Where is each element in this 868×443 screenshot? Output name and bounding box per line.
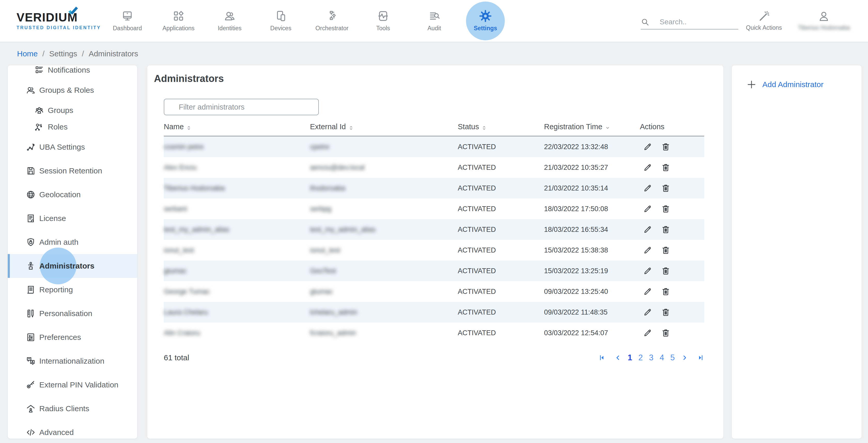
nav-item-settings[interactable]: Settings — [460, 0, 511, 41]
delete-button[interactable] — [661, 307, 671, 317]
sidebar-item-radius-clients[interactable]: Radius Clients — [8, 397, 137, 420]
column-header-actions: Actions — [640, 122, 704, 131]
first-page-button[interactable] — [598, 354, 606, 361]
delete-button[interactable] — [661, 183, 671, 193]
pencil-icon — [643, 169, 652, 173]
sidebar-item-external-pin-validation[interactable]: External PIN Validation — [8, 373, 137, 397]
sort-both-icon — [348, 124, 354, 130]
page-number-3[interactable]: 3 — [649, 353, 653, 362]
edit-button[interactable] — [643, 204, 652, 213]
nav-item-audit[interactable]: Audit — [409, 0, 460, 41]
page-number-2[interactable]: 2 — [638, 353, 643, 362]
cell-actions — [640, 225, 704, 234]
nav-item-identities[interactable]: Identities — [204, 0, 255, 41]
edit-button[interactable] — [643, 225, 652, 234]
sidebar-item-license[interactable]: License — [8, 207, 137, 230]
user-menu[interactable]: Tiberius Hodoroaba — [798, 10, 850, 31]
sidebar-item-reporting[interactable]: Reporting — [8, 278, 137, 302]
sidebar-item-session-retention[interactable]: Session Retention — [8, 159, 137, 183]
cell-status: ACTIVATED — [458, 329, 544, 337]
preferences-icon — [26, 332, 36, 342]
column-header-external-id[interactable]: External Id — [310, 122, 458, 131]
edit-button[interactable] — [643, 183, 652, 193]
sidebar-item-personalisation[interactable]: Personalisation — [8, 302, 137, 325]
global-search — [641, 18, 738, 29]
edit-button[interactable] — [643, 328, 652, 337]
breadcrumb-item-home[interactable]: Home — [17, 49, 38, 58]
delete-button[interactable] — [661, 266, 671, 275]
cell-external-id: gtumac — [310, 288, 458, 296]
edit-button[interactable] — [643, 307, 652, 317]
pencil-icon — [643, 190, 652, 194]
page-number-4[interactable]: 4 — [660, 353, 664, 362]
pencil-icon — [643, 314, 652, 318]
sidebar-item-label: License — [39, 214, 66, 223]
page-number-1[interactable]: 1 — [628, 353, 632, 362]
sidebar-item-geolocation[interactable]: Geolocation — [8, 183, 137, 207]
nav-item-devices[interactable]: Devices — [255, 0, 306, 41]
cell-actions — [640, 142, 704, 151]
sidebar-item-advanced[interactable]: Advanced — [8, 420, 137, 439]
primary-nav: DashboardApplicationsIdentitiesDevicesOr… — [102, 0, 511, 41]
sidebar-item-uba-settings[interactable]: UBA Settings — [8, 135, 137, 159]
nav-label: Tools — [376, 25, 390, 32]
nav-label: Audit — [428, 25, 441, 32]
edit-button[interactable] — [643, 163, 652, 172]
delete-button[interactable] — [661, 204, 671, 213]
sidebar-item-groups-roles[interactable]: Groups & Roles — [8, 78, 137, 102]
nav-item-orchestrator[interactable]: Orchestrator — [306, 0, 358, 41]
table-header: NameExternal IdStatusRegistration TimeAc… — [164, 118, 704, 137]
last-page-button-icon — [697, 358, 704, 362]
cell-name: serbant — [164, 205, 310, 213]
delete-button[interactable] — [661, 163, 671, 172]
column-header-registration-time[interactable]: Registration Time — [544, 122, 640, 131]
previous-page-button-icon — [614, 358, 622, 362]
plus-icon — [746, 79, 757, 90]
previous-page-button[interactable] — [614, 354, 622, 361]
edit-button[interactable] — [643, 245, 652, 255]
delete-button[interactable] — [661, 287, 671, 296]
breadcrumb-separator: / — [82, 49, 84, 58]
page-number-5[interactable]: 5 — [671, 353, 675, 362]
quick-actions-button[interactable]: Quick Actions — [746, 10, 782, 31]
search-input[interactable] — [660, 18, 732, 26]
edit-button[interactable] — [643, 287, 652, 296]
cell-registration-time: 21/03/2022 10:35:14 — [544, 184, 640, 192]
cell-name: cosmin petre — [164, 143, 310, 151]
pin-icon — [26, 380, 36, 390]
sidebar-item-notifications[interactable]: Notifications — [8, 65, 137, 78]
sidebar-item-internationalization[interactable]: Internationalization — [8, 349, 137, 373]
sidebar-item-admin-auth[interactable]: Admin auth — [8, 230, 137, 254]
last-page-button[interactable] — [697, 354, 704, 361]
sidebar-item-preferences[interactable]: Preferences — [8, 325, 137, 349]
trash-icon — [661, 190, 671, 194]
sidebar-item-groups[interactable]: Groups — [8, 102, 137, 119]
nav-item-dashboard[interactable]: Dashboard — [102, 0, 153, 41]
cell-registration-time: 15/03/2022 15:38:38 — [544, 246, 640, 254]
add-administrator-button[interactable]: Add Administrator — [746, 79, 862, 90]
cell-external-id: thodoroaba — [310, 184, 458, 192]
sidebar-item-administrators[interactable]: Administrators — [8, 254, 137, 278]
edit-button[interactable] — [643, 266, 652, 275]
nav-item-applications[interactable]: Applications — [153, 0, 204, 41]
table-row: cosmin petrecpetreACTIVATED22/03/2022 13… — [164, 137, 704, 157]
gear-icon — [479, 10, 492, 22]
sidebar-item-label: Admin auth — [39, 238, 79, 246]
nav-item-tools[interactable]: Tools — [358, 0, 409, 41]
delete-button[interactable] — [661, 245, 671, 255]
delete-button[interactable] — [661, 142, 671, 151]
column-label: Registration Time — [544, 122, 602, 131]
sidebar-item-roles[interactable]: Roles — [8, 119, 137, 135]
column-header-name[interactable]: Name — [164, 122, 310, 131]
edit-button[interactable] — [643, 142, 652, 151]
actions-panel: Add Administrator — [732, 65, 862, 439]
column-header-status[interactable]: Status — [458, 122, 544, 131]
filter-administrators-input[interactable] — [164, 99, 319, 115]
next-page-button-icon — [681, 358, 688, 362]
delete-button[interactable] — [661, 328, 671, 337]
cell-status: ACTIVATED — [458, 164, 544, 172]
next-page-button[interactable] — [681, 354, 688, 361]
cell-name: test_my_admin_alias — [164, 226, 310, 234]
sidebar-item-label: Internationalization — [39, 357, 104, 365]
delete-button[interactable] — [661, 225, 671, 234]
